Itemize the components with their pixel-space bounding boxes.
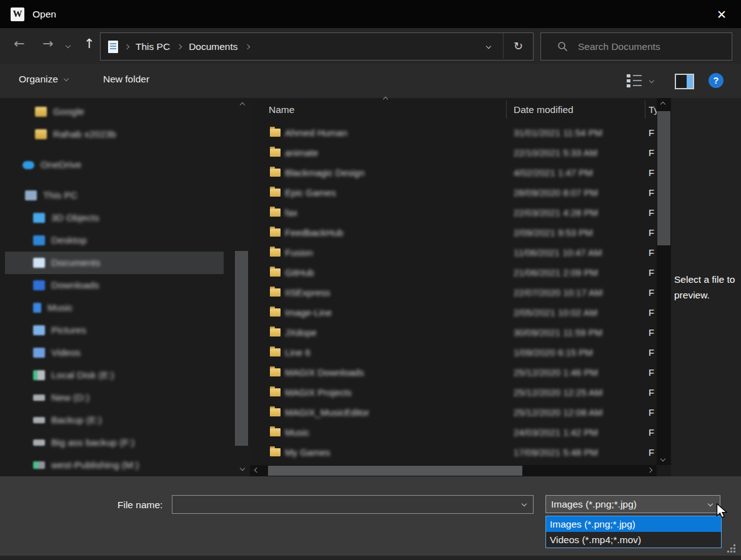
breadcrumb-label: Documents xyxy=(189,41,237,52)
file-row[interactable]: Music 24/03/2021 1:42 PM F xyxy=(250,423,657,443)
horizontal-scrollbar[interactable] xyxy=(250,465,657,476)
file-row[interactable]: IISExpress 22/07/2020 10:17 AM F xyxy=(250,283,657,303)
preview-pane-toggle-button[interactable] xyxy=(675,74,694,89)
address-bar[interactable]: This PC Documents ↻ xyxy=(100,32,534,61)
file-date-modified: 22/10/2021 5:33 AM xyxy=(514,147,597,158)
folder-icon xyxy=(270,288,281,297)
column-divider[interactable] xyxy=(506,101,507,119)
sidebar-item[interactable]: 3D Objects xyxy=(5,207,224,229)
file-row[interactable]: animate 22/10/2021 5:33 AM F xyxy=(250,143,657,163)
scroll-down-icon[interactable] xyxy=(660,456,665,461)
breadcrumb-label: This PC xyxy=(136,41,170,52)
sidebar-item[interactable]: Big ass backup (F:) xyxy=(5,431,224,454)
back-button[interactable]: ← xyxy=(14,36,25,51)
refresh-icon: ↻ xyxy=(514,39,523,52)
column-divider[interactable] xyxy=(645,101,645,119)
organize-button[interactable]: Organize xyxy=(19,74,68,85)
new-folder-button[interactable]: New folder xyxy=(103,74,149,85)
search-box[interactable] xyxy=(540,32,732,61)
file-row[interactable]: My Games 17/09/2021 5:48 PM F xyxy=(250,443,657,463)
scroll-right-icon[interactable] xyxy=(647,468,652,473)
file-row[interactable]: FeedbackHub 2/09/2021 9:53 PM F xyxy=(250,223,657,243)
sidebar-item[interactable]: OneDrive xyxy=(5,154,224,176)
file-name-input[interactable] xyxy=(172,495,534,514)
sidebar-item-label: Google xyxy=(53,106,84,117)
column-header-name[interactable]: Name xyxy=(269,104,294,115)
file-row[interactable]: Line 6 1/09/2020 6:15 PM F xyxy=(250,343,657,363)
file-row[interactable]: MAGIX_MusicEditor 25/12/2020 12:08 AM F xyxy=(250,403,657,423)
sidebar-item[interactable]: Desktop xyxy=(5,229,224,252)
folder-icon xyxy=(270,189,281,197)
resize-grip[interactable] xyxy=(727,544,736,553)
refresh-button[interactable]: ↻ xyxy=(503,33,533,59)
folder-icon xyxy=(270,368,281,376)
file-type-select[interactable]: Images (*.png;*.jpg) xyxy=(545,495,720,513)
word-app-icon: W xyxy=(11,7,24,21)
close-icon: ✕ xyxy=(717,7,727,21)
file-row[interactable]: Epic Games 28/09/2020 8:07 PM F xyxy=(250,183,657,203)
up-button[interactable]: ↑ xyxy=(84,36,95,51)
file-type: F xyxy=(649,147,654,158)
file-row[interactable]: MAGIX Projects 25/12/2020 12:25 AM F xyxy=(250,383,657,403)
sidebar-item[interactable]: Local Disk (E:) xyxy=(5,364,224,386)
view-options-caret-icon[interactable] xyxy=(649,78,654,83)
file-type: F xyxy=(649,307,654,318)
sidebar-item-label: 3D Objects xyxy=(51,212,99,224)
sidebar-item[interactable]: west-Publishing (M:) xyxy=(5,454,224,476)
file-row[interactable]: Fusion 11/06/2021 10:47 AM F xyxy=(250,243,657,263)
sidebar-item-icon xyxy=(33,213,45,223)
change-view-button[interactable] xyxy=(627,74,642,88)
file-date-modified: 25/12/2020 12:08 AM xyxy=(514,407,603,418)
sidebar-item[interactable]: Pictures xyxy=(5,319,224,341)
sidebar-item[interactable]: Downloads xyxy=(5,274,224,297)
horizontal-scrollbar-thumb[interactable] xyxy=(268,466,522,476)
help-button[interactable]: ? xyxy=(709,73,724,88)
sidebar-item[interactable]: Google xyxy=(5,101,224,123)
file-date-modified: 28/09/2020 8:07 PM xyxy=(514,187,598,198)
file-row[interactable]: Blackmagic Design 4/02/2021 1:47 PM F xyxy=(250,163,657,183)
address-dropdown-button[interactable] xyxy=(474,33,503,59)
sort-ascending-icon xyxy=(383,97,388,102)
sidebar-item[interactable]: Rahab x2023b xyxy=(5,123,224,145)
sidebar-item[interactable]: This PC xyxy=(5,184,224,207)
file-row[interactable]: Ahmed Human 31/01/2021 11:54 PM F xyxy=(250,123,657,143)
file-type: F xyxy=(649,187,654,198)
file-type: F xyxy=(649,367,654,378)
column-header-date-modified[interactable]: Date modified xyxy=(514,104,574,115)
breadcrumb-item[interactable]: Documents xyxy=(189,41,256,52)
search-input[interactable] xyxy=(577,41,723,53)
vertical-scrollbar-thumb[interactable] xyxy=(657,111,670,245)
file-row[interactable]: fax 22/03/2021 4:28 PM F xyxy=(250,203,657,223)
sidebar-item[interactable]: Videos xyxy=(5,341,224,364)
file-row[interactable]: Image-Line 2/05/2021 10:02 AM F xyxy=(250,303,657,323)
close-button[interactable]: ✕ xyxy=(702,0,741,28)
sidebar-item-label: Documents xyxy=(51,257,100,268)
sidebar-item[interactable]: New (D:) xyxy=(5,386,224,409)
recent-locations-button[interactable] xyxy=(66,43,71,48)
file-row[interactable]: GitHub 21/06/2021 2:09 PM F xyxy=(250,263,657,283)
file-type-selected-value: Images (*.png;*.jpg) xyxy=(551,499,637,510)
file-name: Ahmed Human xyxy=(285,127,347,138)
scroll-left-icon[interactable] xyxy=(254,468,259,473)
file-type: F xyxy=(649,167,654,178)
file-date-modified: 2/05/2021 10:02 AM xyxy=(514,307,597,318)
file-type-option[interactable]: Images (*.png;*.jpg) xyxy=(546,516,721,532)
file-name: animate xyxy=(285,147,318,158)
sidebar-item-icon xyxy=(33,325,45,335)
vertical-scrollbar[interactable] xyxy=(657,98,671,465)
file-name: MAGIX Downloads xyxy=(285,367,364,378)
navigation-bar: ← → ↑ This PC Documents xyxy=(0,28,741,64)
file-row[interactable]: JXdope 30/09/2021 11:59 PM F xyxy=(250,323,657,343)
breadcrumb-item[interactable]: This PC xyxy=(136,41,189,52)
scroll-up-icon[interactable] xyxy=(660,102,665,107)
sidebar-item[interactable]: Documents xyxy=(5,252,224,274)
forward-button[interactable]: → xyxy=(42,36,54,51)
sidebar-item[interactable]: Music xyxy=(5,297,224,319)
file-type-option[interactable]: Videos (*.mp4;*.mov) xyxy=(546,532,721,548)
window-title: Open xyxy=(32,9,56,20)
file-date-modified: 4/02/2021 1:47 PM xyxy=(514,167,593,178)
file-row[interactable]: MAGIX Downloads 25/12/2020 1:46 PM F xyxy=(250,363,657,383)
sidebar-scrollbar-thumb[interactable] xyxy=(235,251,248,446)
breadcrumb-chevron-icon xyxy=(177,44,182,49)
sidebar-item[interactable]: Backup (E:) xyxy=(5,409,224,431)
